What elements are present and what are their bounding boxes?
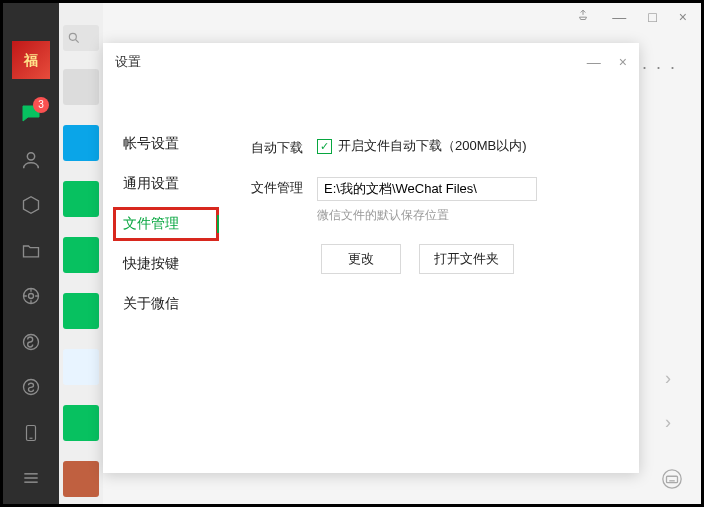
chat-avatar	[63, 125, 99, 161]
chevron-right-icon: ›	[665, 368, 671, 389]
miniapp-icon[interactable]	[11, 368, 51, 408]
chat-avatar	[63, 69, 99, 105]
miniprogram-icon[interactable]	[11, 322, 51, 362]
tab-account[interactable]: 帐号设置	[119, 133, 213, 155]
avatar-text: 福	[24, 53, 38, 67]
svg-line-11	[76, 40, 79, 43]
file-path-hint: 微信文件的默认保存位置	[317, 207, 615, 224]
svg-point-0	[27, 152, 34, 159]
chat-avatar	[63, 349, 99, 385]
chat-list-item[interactable]	[59, 395, 103, 451]
chat-list-item[interactable]	[59, 283, 103, 339]
tab-file-management[interactable]: 文件管理	[119, 213, 213, 235]
more-icon[interactable]: · · ·	[642, 57, 677, 78]
contacts-icon[interactable]	[11, 140, 51, 180]
favorites-icon[interactable]	[11, 186, 51, 226]
checkbox-icon: ✓	[317, 139, 332, 154]
search-input[interactable]	[63, 25, 99, 51]
chat-avatar	[63, 461, 99, 497]
chat-list-item[interactable]	[59, 115, 103, 171]
chevron-right-icon: ›	[665, 412, 671, 433]
side-row-1[interactable]: ›	[633, 359, 681, 397]
file-mgmt-label: 文件管理	[233, 177, 303, 197]
tab-general[interactable]: 通用设置	[119, 173, 213, 195]
dialog-minimize-button[interactable]: —	[587, 54, 601, 70]
chats-tab-icon[interactable]: 3	[11, 95, 51, 135]
svg-rect-13	[667, 476, 678, 482]
auto-download-checkbox[interactable]: ✓ 开启文件自动下载（200MB以内)	[317, 137, 615, 155]
maximize-button[interactable]: □	[648, 9, 656, 25]
chat-list-item[interactable]	[59, 451, 103, 504]
menu-icon[interactable]	[11, 459, 51, 499]
chat-avatar	[63, 293, 99, 329]
svg-point-12	[663, 470, 681, 488]
keyboard-icon[interactable]	[661, 468, 683, 490]
file-path-input[interactable]	[317, 177, 537, 201]
minimize-button[interactable]: —	[612, 9, 626, 25]
chat-list-item[interactable]	[59, 339, 103, 395]
dialog-close-button[interactable]: ×	[619, 54, 627, 70]
chat-avatar	[63, 181, 99, 217]
change-button[interactable]: 更改	[321, 244, 401, 274]
tab-about[interactable]: 关于微信	[119, 293, 213, 315]
svg-point-10	[69, 33, 76, 40]
left-sidebar: 福 3	[3, 3, 59, 504]
settings-content: 自动下载 ✓ 开启文件自动下载（200MB以内) 文件管理 微信文件的默认保存位…	[213, 81, 639, 473]
chat-list-item[interactable]	[59, 59, 103, 115]
dialog-titlebar: 设置 — ×	[103, 43, 639, 81]
chat-avatar	[63, 405, 99, 441]
chat-list-column	[59, 3, 103, 504]
tab-shortcut[interactable]: 快捷按键	[119, 253, 213, 275]
phone-icon[interactable]	[11, 413, 51, 453]
auto-download-label: 自动下载	[233, 137, 303, 157]
dialog-title: 设置	[115, 53, 569, 71]
window-controls: — □ ×	[576, 9, 687, 25]
close-button[interactable]: ×	[679, 9, 687, 25]
settings-dialog: 设置 — × 帐号设置 通用设置 文件管理 快捷按键 关于微信 自动下载 ✓ 开…	[103, 43, 639, 473]
chat-list-item[interactable]	[59, 227, 103, 283]
unread-badge: 3	[33, 97, 49, 113]
open-folder-button[interactable]: 打开文件夹	[419, 244, 514, 274]
files-icon[interactable]	[11, 231, 51, 271]
chat-avatar	[63, 237, 99, 273]
auto-download-text: 开启文件自动下载（200MB以内)	[338, 137, 527, 155]
side-row-2[interactable]: ›	[633, 403, 681, 441]
moments-icon[interactable]	[11, 277, 51, 317]
chat-list-item[interactable]	[59, 171, 103, 227]
avatar[interactable]: 福	[12, 41, 50, 79]
settings-tab-list: 帐号设置 通用设置 文件管理 快捷按键 关于微信	[103, 81, 213, 473]
pin-button[interactable]	[576, 9, 590, 25]
svg-point-1	[29, 294, 34, 299]
